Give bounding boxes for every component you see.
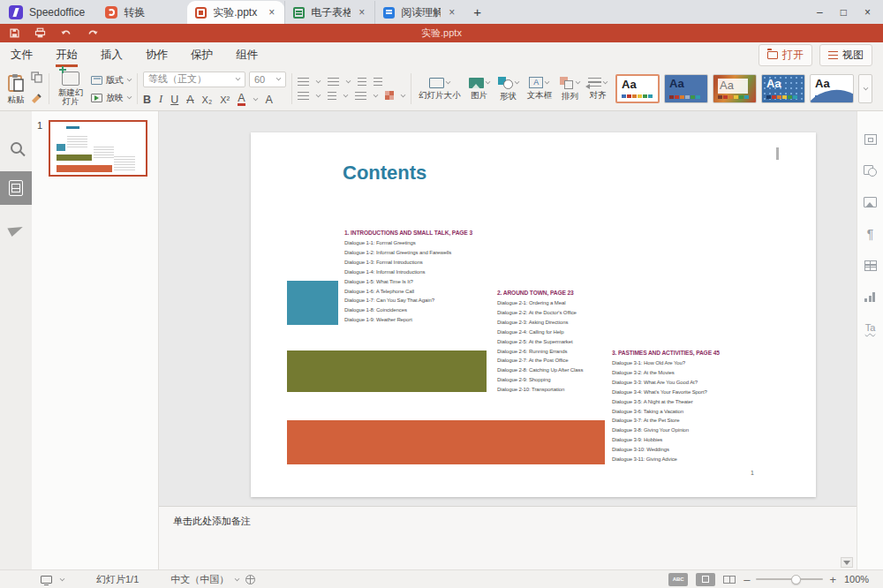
strikethrough-button[interactable]: A [186, 94, 193, 106]
arrange-button[interactable]: 排列 [558, 77, 582, 101]
share-tool[interactable] [0, 212, 32, 245]
decrease-indent-icon[interactable] [358, 78, 366, 86]
notes-panel[interactable]: 单击此处添加备注 [159, 506, 857, 569]
zoom-in-button[interactable]: + [829, 574, 836, 585]
theme-gallery-expand-button[interactable] [858, 74, 872, 103]
spell-check-button[interactable]: ABC [668, 573, 688, 586]
subscript-button[interactable]: X₂ [202, 94, 213, 105]
fit-slide-button[interactable] [696, 573, 715, 586]
copy-icon[interactable] [31, 71, 43, 87]
shape-button[interactable]: 形状 [496, 77, 521, 101]
slideshow-button[interactable]: 放映 [91, 92, 132, 104]
menu-file[interactable]: 文件 [11, 42, 33, 67]
presenter-display-icon[interactable] [41, 576, 52, 584]
bold-button[interactable]: B [143, 94, 151, 106]
theme-card-1-selected[interactable]: Aa [615, 74, 660, 103]
dialogue-line: Dialogue 3-6: Taking a Vacation [612, 407, 753, 417]
slide-title[interactable]: Contents [343, 162, 426, 185]
numbered-list-icon[interactable] [328, 78, 339, 86]
layout-button[interactable]: 版式 [91, 74, 132, 87]
menu-collaborate[interactable]: 协作 [146, 42, 168, 67]
language-selector[interactable]: 中文（中国） [170, 573, 229, 586]
menu-home-active[interactable]: 开始 [56, 42, 78, 67]
print-icon[interactable] [34, 27, 46, 39]
font-size-select[interactable]: 60 [249, 72, 286, 87]
dialogue-line: Dialogue 3-2: At the Movies [612, 368, 753, 378]
zoom-out-button[interactable]: – [743, 574, 750, 585]
close-tab-icon[interactable]: × [357, 6, 366, 19]
orange-rectangle-shape[interactable] [287, 420, 605, 464]
theme-card-2[interactable]: Aa [664, 74, 708, 103]
chevron-down-icon [316, 92, 321, 97]
close-tab-icon[interactable]: × [267, 6, 276, 19]
brand-label: Speedoffice [29, 6, 85, 19]
search-tool[interactable] [0, 131, 32, 164]
table-panel-icon[interactable] [864, 260, 877, 271]
zoom-slider[interactable] [756, 578, 823, 580]
new-slide-button[interactable]: 新建幻灯片 [55, 72, 87, 107]
scroll-down-button[interactable] [841, 557, 853, 568]
close-window-button[interactable]: × [864, 6, 871, 19]
chevron-down-icon [374, 92, 379, 97]
teal-rectangle-shape[interactable] [287, 281, 338, 325]
text-art-panel-icon[interactable]: Ta [865, 322, 876, 333]
slides-panel-tool-active[interactable] [0, 171, 32, 205]
theme-card-4[interactable]: Aa [761, 74, 805, 103]
align-button[interactable]: 对齐 [586, 78, 609, 100]
dialogue-line: Dialogue 3-7: At the Pet Store [612, 416, 753, 426]
format-painter-icon[interactable] [31, 92, 43, 108]
italic-button[interactable]: I [159, 93, 162, 106]
dialogue-line: Dialogue 3-3: What Are You Good At? [612, 378, 753, 388]
paragraph-panel-icon[interactable]: ¶ [867, 228, 874, 240]
close-tab-icon[interactable]: × [447, 6, 457, 19]
slide-size-button[interactable]: 幻灯片大小 [417, 78, 463, 100]
menu-insert[interactable]: 插入 [101, 42, 123, 67]
slide-properties-icon[interactable] [864, 134, 877, 145]
open-button[interactable]: 打开 [758, 44, 812, 66]
olive-rectangle-shape[interactable] [287, 351, 487, 392]
bullet-list-icon[interactable] [298, 78, 309, 86]
tab-document[interactable]: 阅读理解.docx × [374, 1, 464, 24]
theme-card-5[interactable]: Aa [810, 74, 854, 103]
menu-protect[interactable]: 保护 [191, 42, 213, 67]
chevron-down-icon [127, 94, 132, 100]
tab-spreadsheet[interactable]: 电子表格.xlsx × [284, 1, 374, 24]
underline-button[interactable]: U [170, 94, 178, 106]
new-slide-icon [62, 72, 79, 86]
text-direction-icon[interactable] [328, 92, 336, 100]
textbox-button[interactable]: A 文本框 [525, 77, 555, 100]
font-color-button[interactable]: A [238, 93, 245, 107]
contents-section-3[interactable]: 3. PASTIMES AND ACTIVITIES, PAGE 45 Dial… [612, 350, 753, 464]
contents-section-1[interactable]: 1. INTRODUCTIONS AND SMALL TALK, PAGE 3 … [344, 230, 486, 325]
highlight-color-button[interactable]: A [266, 94, 273, 106]
line-spacing-icon[interactable] [298, 92, 309, 100]
minimize-button[interactable]: – [817, 6, 823, 19]
tab-convert[interactable]: 转换 [97, 1, 187, 24]
slide[interactable]: Contents 1. INTRODUCTIONS AND SMALL TALK… [251, 132, 816, 497]
globe-icon[interactable] [245, 575, 255, 584]
paste-button[interactable]: 粘贴 [5, 73, 26, 104]
superscript-button[interactable]: X² [220, 94, 230, 105]
menu-components[interactable]: 组件 [236, 42, 258, 67]
shape-fill-icon[interactable] [385, 91, 394, 100]
slide-thumbnail-selected[interactable] [49, 120, 147, 177]
new-tab-button[interactable]: + [464, 0, 490, 24]
align-text-icon[interactable] [355, 92, 366, 100]
picture-button[interactable]: 图片 [467, 78, 492, 100]
chevron-down-icon [235, 576, 240, 581]
maximize-button[interactable]: □ [841, 6, 847, 19]
zoom-slider-knob[interactable] [791, 575, 801, 584]
font-name-select[interactable]: 等线（正文） [143, 72, 245, 87]
increase-indent-icon[interactable] [374, 78, 382, 86]
chart-panel-icon[interactable] [864, 291, 876, 302]
theme-card-3[interactable]: Aa [713, 74, 757, 103]
save-icon[interactable] [9, 27, 20, 39]
undo-icon[interactable] [60, 28, 72, 39]
redo-icon[interactable] [87, 28, 99, 39]
section-heading: 2. AROUND TOWN, PAGE 23 [497, 290, 638, 296]
tab-presentation-active[interactable]: 实验.pptx × [187, 1, 284, 24]
view-button[interactable]: 视图 [819, 44, 872, 66]
image-panel-icon[interactable] [864, 197, 877, 207]
fit-window-icon[interactable] [723, 576, 736, 584]
shapes-panel-icon[interactable] [864, 165, 877, 177]
